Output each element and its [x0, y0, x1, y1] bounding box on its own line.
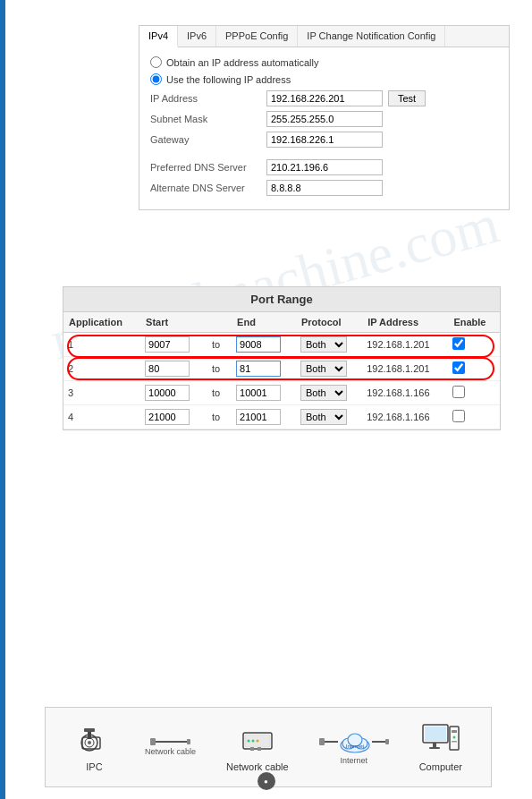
row3-end-input[interactable] [236, 385, 281, 401]
svg-rect-23 [452, 730, 457, 733]
row4-protocol-select[interactable]: Both TCP UDP [300, 409, 347, 425]
col-to [205, 312, 232, 333]
row3-protocol-select[interactable]: Both TCP UDP [300, 385, 347, 401]
row3-to: to [205, 381, 232, 405]
alternate-dns-label: Alternate DNS Server [150, 183, 266, 193]
row3-end [232, 381, 296, 405]
svg-rect-11 [250, 747, 254, 751]
row3-enable-checkbox[interactable] [452, 386, 465, 398]
cable-1-section: Network cable [145, 738, 196, 756]
row4-to: to [205, 405, 232, 429]
radio-manual-label: Use the following IP address [166, 74, 291, 85]
computer-label: Computer [419, 761, 462, 772]
row3-start [140, 381, 205, 405]
preferred-dns-input[interactable] [266, 159, 383, 175]
row4-ip: 192.168.1.166 [362, 405, 448, 429]
row1-to: to [205, 333, 232, 357]
row2-end-input[interactable] [236, 361, 281, 377]
port-range-wrapper: Application Start End Protocol IP Addres… [63, 312, 500, 429]
row2-end [232, 357, 296, 381]
diagram-ipc: IPC [74, 722, 114, 772]
svg-rect-25 [452, 741, 457, 743]
radio-manual-input[interactable] [150, 73, 162, 85]
row2-to: to [205, 357, 232, 381]
row1-enable-checkbox[interactable] [452, 337, 465, 350]
left-accent-bar [0, 0, 5, 799]
row4-start-input[interactable] [145, 409, 190, 425]
radio-auto-input[interactable] [150, 56, 162, 68]
svg-point-9 [251, 740, 254, 743]
internet-icon: Internet [338, 729, 372, 754]
svg-point-5 [88, 741, 91, 744]
row1-protocol: Both TCP UDP [296, 333, 362, 357]
row2-enable-checkbox[interactable] [452, 361, 465, 374]
tabs-row: IPv4 IPv6 PPPoE Config IP Change Notific… [139, 26, 509, 47]
row1-start [140, 333, 205, 357]
wire-2b [372, 741, 385, 743]
wire-1 [156, 741, 187, 743]
svg-rect-21 [429, 747, 440, 749]
radio-auto-label: Obtain an IP address automatically [166, 57, 318, 68]
row2-ip: 192.168.1.201 [362, 357, 448, 381]
row1-end [232, 333, 296, 357]
ip-address-row: IP Address Test [150, 90, 498, 106]
port-table: Application Start End Protocol IP Addres… [63, 312, 500, 429]
tab-ipchange[interactable]: IP Change Notification Config [298, 26, 445, 47]
row1-protocol-select[interactable]: Both TCP UDP [300, 336, 347, 353]
row2-protocol: Both TCP UDP [296, 357, 362, 381]
ip-address-label: IP Address [150, 93, 266, 104]
row1-start-input[interactable] [145, 336, 190, 353]
row1-enable [448, 333, 500, 357]
ip-config-panel: IPv4 IPv6 PPPoE Config IP Change Notific… [139, 25, 510, 210]
svg-rect-12 [258, 747, 261, 751]
row2-enable [448, 357, 500, 381]
row3-protocol: Both TCP UDP [296, 381, 362, 405]
svg-rect-20 [433, 743, 436, 747]
test-button[interactable]: Test [388, 90, 426, 106]
radio-obtain-auto: Obtain an IP address automatically [150, 56, 498, 68]
table-row: 2 to Both TCP UDP 19 [63, 357, 500, 381]
cable-1-label: Network cable [145, 747, 196, 756]
modem-label: Network cable [226, 761, 289, 772]
alternate-dns-input[interactable] [266, 180, 383, 196]
preferred-dns-label: Preferred DNS Server [150, 162, 266, 173]
page-number: ● [258, 772, 275, 790]
row2-start-input[interactable] [145, 361, 190, 377]
col-enable: Enable [448, 312, 500, 333]
ip-address-input[interactable] [266, 90, 383, 106]
alternate-dns-row: Alternate DNS Server [150, 180, 498, 196]
col-end: End [232, 312, 296, 333]
svg-point-8 [247, 740, 249, 743]
page-number-text: ● [264, 778, 268, 786]
tab-ipv4[interactable]: IPv4 [139, 26, 178, 47]
svg-point-10 [256, 740, 258, 743]
cable-1-line [150, 738, 190, 745]
row4-protocol: Both TCP UDP [296, 405, 362, 429]
row4-end-input[interactable] [236, 409, 281, 425]
svg-text:Internet: Internet [345, 744, 364, 749]
port-range-title: Port Range [63, 287, 500, 312]
svg-point-24 [452, 736, 455, 739]
cable-internet-section: Internet Internet [319, 729, 389, 765]
gateway-input[interactable] [266, 132, 383, 148]
cable-internet-line: Internet [319, 729, 389, 754]
row4-end [232, 405, 296, 429]
diagram-modem: Network cable [226, 722, 289, 772]
connector-right-2 [385, 739, 389, 744]
row2-protocol-select[interactable]: Both TCP UDP [300, 361, 347, 377]
wire-2a [325, 741, 338, 743]
row1-app: 1 [63, 333, 140, 357]
svg-rect-19 [425, 727, 446, 741]
row3-start-input[interactable] [145, 385, 190, 401]
row1-end-input[interactable] [236, 336, 281, 353]
row4-start [140, 405, 205, 429]
col-ip: IP Address [362, 312, 448, 333]
subnet-mask-input[interactable] [266, 111, 383, 127]
tab-ipv6[interactable]: IPv6 [178, 26, 216, 47]
table-row: 4 to Both TCP UDP 19 [63, 405, 500, 429]
col-protocol: Protocol [296, 312, 362, 333]
tab-pppoe[interactable]: PPPoE Config [216, 26, 298, 47]
row4-enable-checkbox[interactable] [452, 410, 465, 422]
radio-use-following: Use the following IP address [150, 73, 498, 85]
ipc-label: IPC [86, 761, 102, 772]
